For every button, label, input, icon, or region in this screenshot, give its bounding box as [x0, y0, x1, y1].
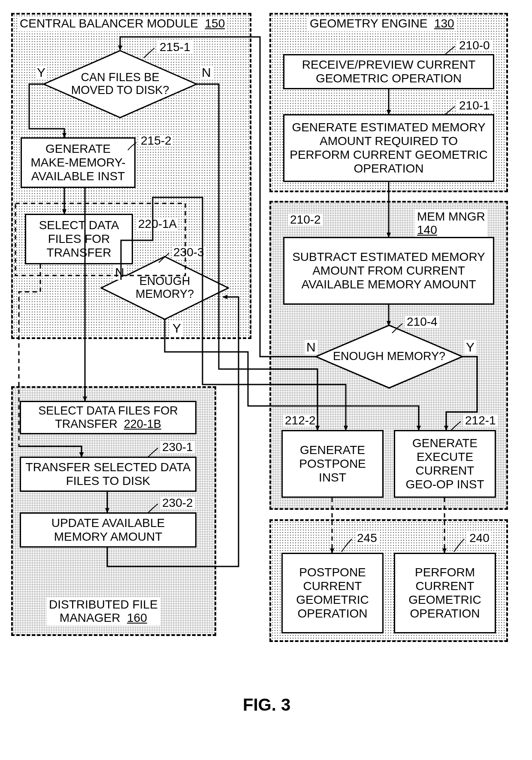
- yn-n-230-3: N: [113, 265, 126, 280]
- module-title-text: GEOMETRY ENGINE: [310, 17, 427, 30]
- module-title-num: 150: [205, 17, 225, 30]
- box-240: PERFORM CURRENT GEOMETRIC OPERATION: [394, 553, 496, 633]
- svg-marker-2: [316, 325, 462, 388]
- module-title-num: 160: [127, 611, 147, 624]
- ref-230-2: 230-2: [160, 497, 195, 509]
- yn-n-215-1: N: [200, 65, 213, 80]
- yn-y-230-3: Y: [171, 321, 183, 336]
- box-text: RECEIVE/PREVIEW CURRENT GEOMETRIC OPERAT…: [289, 58, 489, 85]
- ref-240: 240: [468, 532, 491, 544]
- yn-y-215-1: Y: [35, 65, 47, 80]
- module-title-mem-mngr: MEM MNGR140: [414, 209, 488, 238]
- box-text: GENERATE POSTPONE INST: [287, 443, 378, 485]
- svg-marker-0: [44, 51, 196, 118]
- module-title-num: 140: [417, 223, 437, 236]
- module-title-text: DISTRIBUTED FILE: [49, 598, 158, 611]
- ref-230-1: 230-1: [160, 441, 195, 453]
- box-text: POSTPONE CURRENT GEOMETRIC OPERATION: [287, 566, 378, 621]
- box-text: TRANSFER SELECTED DATA FILES TO DISK: [25, 460, 191, 488]
- ref-212-1: 212-1: [463, 415, 498, 427]
- module-title-central-balancer: CENTRAL BALANCER MODULE 150: [17, 16, 227, 31]
- yn-y-210-4: Y: [464, 340, 476, 354]
- ref-215-1: 215-1: [158, 41, 192, 53]
- box-text: SUBTRACT ESTIMATED MEMORY AMOUNT FROM CU…: [289, 250, 489, 292]
- module-title-text: MEM MNGR: [417, 210, 485, 223]
- ref-210-1: 210-1: [457, 100, 492, 112]
- box-210-1: GENERATE ESTIMATED MEMORY AMOUNT REQUIRE…: [283, 114, 494, 182]
- module-title-dfm: DISTRIBUTED FILE MANAGER 160: [46, 597, 160, 626]
- box-215-2: GENERATE MAKE-MEMORY-AVAILABLE INST: [21, 137, 136, 188]
- diagram-canvas: CENTRAL BALANCER MODULE 150 GEOMETRY ENG…: [0, 0, 532, 760]
- box-210-2: SUBTRACT ESTIMATED MEMORY AMOUNT FROM CU…: [283, 237, 494, 305]
- ref-210-0: 210-0: [457, 39, 492, 51]
- box-230-2: UPDATE AVAILABLE MEMORY AMOUNT: [20, 512, 196, 548]
- module-title-geometry-engine: GEOMETRY ENGINE 130: [307, 16, 457, 31]
- decision-215-1: CAN FILES BE MOVED TO DISK?: [43, 50, 197, 118]
- ref-245: 245: [355, 532, 379, 544]
- ref-212-2: 212-2: [283, 415, 317, 427]
- box-212-2: GENERATE POSTPONE INST: [281, 430, 384, 498]
- ref-215-2: 215-2: [139, 135, 173, 147]
- figure-label: FIG. 3: [243, 695, 290, 715]
- box-text: GENERATE EXECUTE CURRENT GEO-OP INST: [399, 436, 490, 492]
- box-text: PERFORM CURRENT GEOMETRIC OPERATION: [399, 566, 490, 621]
- box-220-1B: SELECT DATA FILES FOR TRANSFER 220-1B: [20, 401, 196, 434]
- box-210-0: RECEIVE/PREVIEW CURRENT GEOMETRIC OPERAT…: [283, 54, 494, 89]
- module-title-text2: MANAGER: [60, 611, 121, 624]
- ref-210-4: 210-4: [405, 316, 439, 328]
- ref-230-3: 230-3: [172, 246, 206, 258]
- box-text: UPDATE AVAILABLE MEMORY AMOUNT: [25, 516, 191, 544]
- module-title-num: 130: [434, 17, 454, 30]
- box-230-1: TRANSFER SELECTED DATA FILES TO DISK: [20, 457, 196, 492]
- box-text: SELECT DATA FILES FOR TRANSFER: [30, 218, 127, 260]
- box-212-1: GENERATE EXECUTE CURRENT GEO-OP INST: [394, 430, 496, 498]
- ref-210-2: 210-2: [288, 214, 323, 226]
- yn-n-210-4: N: [305, 340, 317, 354]
- ref-220-1A: 220-1A: [136, 218, 178, 230]
- module-title-text: CENTRAL BALANCER MODULE: [20, 17, 198, 30]
- box-ref: 220-1B: [124, 418, 161, 430]
- decision-210-4: ENOUGH MEMORY?: [315, 324, 463, 389]
- box-text: GENERATE ESTIMATED MEMORY AMOUNT REQUIRE…: [289, 121, 489, 176]
- box-245: POSTPONE CURRENT GEOMETRIC OPERATION: [281, 553, 384, 633]
- box-text: GENERATE MAKE-MEMORY-AVAILABLE INST: [26, 142, 130, 184]
